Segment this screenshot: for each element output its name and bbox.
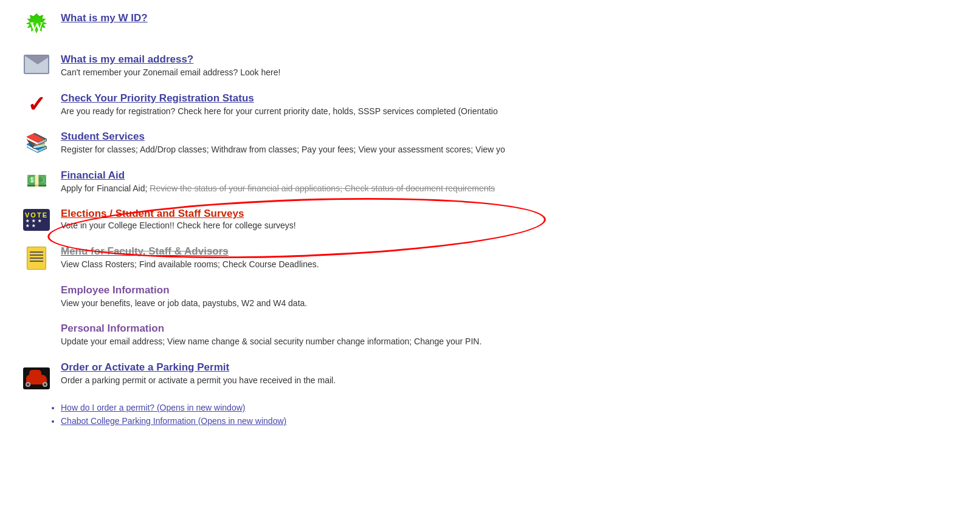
student-services-title[interactable]: Student Services: [61, 131, 962, 143]
employee-info-title[interactable]: Employee Information: [61, 284, 962, 296]
bullet-item-chabot: Chabot College Parking Information (Open…: [61, 416, 962, 426]
priority-icon-area: ✓: [18, 94, 55, 115]
financial-aid-desc-part1: Apply for Financial Aid;: [61, 183, 150, 193]
financial-aid-desc-strikethrough: Review the status of your financial aid …: [150, 183, 495, 193]
elections-desc: Vote in your College Election!! Check he…: [61, 220, 962, 232]
faculty-menu-title[interactable]: Menu for Faculty, Staff & Advisors: [61, 245, 962, 258]
vote-text: VOTE: [25, 211, 48, 219]
email-icon: [24, 55, 49, 74]
email-content: What is my email address? Can't remember…: [61, 53, 962, 79]
car-wheel-left: [26, 382, 30, 387]
personal-info-desc: Update your email address; View name cha…: [61, 336, 962, 348]
bullet-item-permit: How do I order a permit? (Opens in new w…: [61, 403, 962, 412]
menu-item-priority: ✓ Check Your Priority Registration Statu…: [18, 92, 962, 118]
money-icon: 💵: [26, 171, 47, 191]
email-envelope-flap: [25, 56, 49, 64]
faculty-menu-title-strikethrough: Menu for Faculty, Staff & Advisors: [61, 245, 229, 257]
elections-content: Elections / Student and Staff Surveys Vo…: [61, 208, 962, 232]
parking-content: Order or Activate a Parking Permit Order…: [61, 361, 962, 387]
doc-lines: [30, 251, 43, 253]
w-icon: W: [23, 13, 50, 40]
priority-title[interactable]: Check Your Priority Registration Status: [61, 92, 962, 104]
vote-icon: VOTE ★ ★ ★ ★ ★: [23, 209, 50, 231]
vote-stars: ★ ★ ★ ★ ★: [26, 219, 47, 228]
elections-inner: VOTE ★ ★ ★ ★ ★ Elections / Student and S…: [18, 208, 962, 232]
parking-icon-area: [18, 363, 55, 389]
email-icon-area: [18, 55, 55, 74]
menu-item-student-services: 📚 Student Services Register for classes;…: [18, 131, 962, 156]
car-wheel-right: [43, 382, 47, 387]
permit-order-link[interactable]: How do I order a permit? (Opens in new w…: [61, 403, 245, 412]
car-bg: [23, 367, 50, 389]
elections-title[interactable]: Elections / Student and Staff Surveys: [61, 208, 962, 220]
priority-content: Check Your Priority Registration Status …: [61, 92, 962, 118]
wid-title[interactable]: What is my W ID?: [61, 12, 962, 24]
parking-title[interactable]: Order or Activate a Parking Permit: [61, 361, 962, 374]
menu-item-personal-info: Personal Information Update your email a…: [18, 323, 962, 348]
parking-desc: Order a parking permit or activate a per…: [61, 375, 962, 387]
menu-item-wid: W What is my W ID?: [18, 12, 962, 40]
financial-aid-desc: Apply for Financial Aid; Review the stat…: [61, 183, 962, 195]
email-title[interactable]: What is my email address?: [61, 53, 962, 66]
financial-aid-content: Financial Aid Apply for Financial Aid; R…: [61, 169, 962, 195]
car-roof: [29, 370, 41, 376]
books-icon: 📚: [26, 132, 48, 153]
faculty-menu-desc: View Class Rosters; Find available rooms…: [61, 259, 962, 271]
checkmark-icon: ✓: [27, 94, 46, 115]
faculty-menu-icon-area: [18, 247, 55, 270]
priority-desc: Are you ready for registration? Check he…: [61, 106, 962, 118]
student-services-icon-area: 📚: [18, 132, 55, 153]
financial-aid-title[interactable]: Financial Aid: [61, 169, 962, 182]
email-desc: Can't remember your Zonemail email addre…: [61, 67, 962, 79]
personal-info-title[interactable]: Personal Information: [61, 323, 962, 335]
student-services-content: Student Services Register for classes; A…: [61, 131, 962, 156]
faculty-menu-content: Menu for Faculty, Staff & Advisors View …: [61, 245, 962, 271]
menu-item-employee-info: Employee Information View your benefits,…: [18, 284, 962, 310]
menu-item-parking: Order or Activate a Parking Permit Order…: [18, 361, 962, 389]
menu-item-email: What is my email address? Can't remember…: [18, 53, 962, 79]
wid-icon-area: W: [18, 13, 55, 40]
employee-info-desc: View your benefits, leave or job data, p…: [61, 298, 962, 310]
financial-aid-icon-area: 💵: [18, 171, 55, 191]
menu-item-financial-aid: 💵 Financial Aid Apply for Financial Aid;…: [18, 169, 962, 195]
wid-content: What is my W ID?: [61, 12, 962, 26]
parking-bullet-list: How do I order a permit? (Opens in new w…: [61, 403, 962, 426]
car-icon: [22, 363, 51, 389]
student-services-desc: Register for classes; Add/Drop classes; …: [61, 144, 962, 156]
menu-item-faculty-menu: Menu for Faculty, Staff & Advisors View …: [18, 245, 962, 271]
chabot-parking-link[interactable]: Chabot College Parking Information (Open…: [61, 416, 286, 426]
menu-item-elections-wrapper: VOTE ★ ★ ★ ★ ★ Elections / Student and S…: [18, 208, 962, 232]
personal-info-content: Personal Information Update your email a…: [61, 323, 962, 348]
vote-icon-area: VOTE ★ ★ ★ ★ ★: [18, 209, 55, 231]
document-icon: [27, 247, 46, 270]
employee-info-content: Employee Information View your benefits,…: [61, 284, 962, 310]
